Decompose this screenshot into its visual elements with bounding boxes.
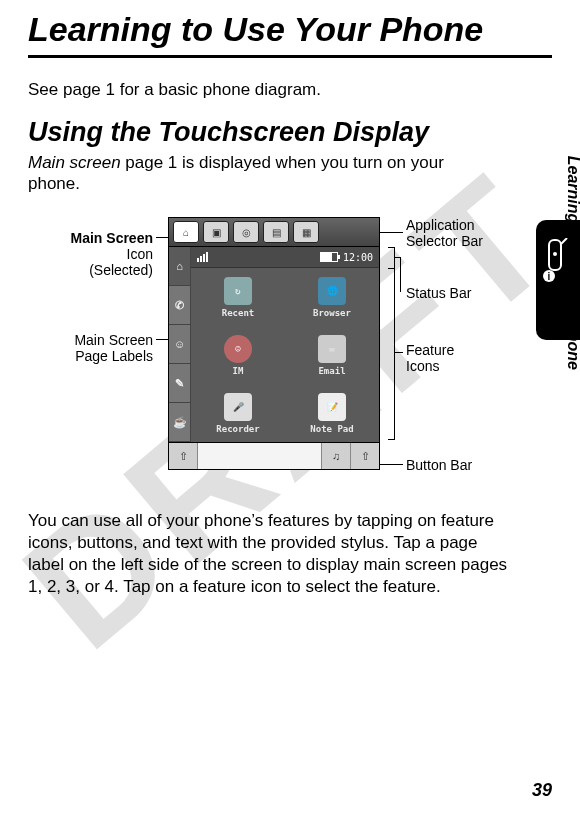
status-bar: 12:00 bbox=[191, 247, 379, 268]
recent-icon: ↻ bbox=[224, 277, 252, 305]
callout-text: Feature bbox=[406, 342, 454, 358]
application-selector-bar: ⌂ ▣ ◎ ▤ ▦ bbox=[169, 218, 379, 247]
callout-text: Button Bar bbox=[406, 457, 472, 473]
notepad-icon: 📝 bbox=[318, 393, 346, 421]
intro-text: See page 1 for a basic phone diagram. bbox=[28, 80, 498, 100]
page-label-1[interactable]: ⌂ bbox=[169, 247, 191, 286]
page-title: Learning to Use Your Phone bbox=[28, 10, 552, 49]
feature-label: IM bbox=[233, 366, 244, 376]
recorder-icon: 🎤 bbox=[224, 393, 252, 421]
title-rule bbox=[28, 55, 552, 58]
feature-email[interactable]: ✉ Email bbox=[285, 326, 379, 384]
callout-text: Status Bar bbox=[406, 285, 471, 301]
app-selector-icon[interactable]: ▦ bbox=[293, 221, 319, 243]
callout-text: Main Screen bbox=[71, 230, 153, 246]
browser-icon: 🌐 bbox=[318, 277, 346, 305]
bracket bbox=[388, 268, 395, 440]
email-icon: ✉ bbox=[318, 335, 346, 363]
callout-text: Icon bbox=[127, 246, 153, 262]
page-label-4[interactable]: ✎ bbox=[169, 364, 191, 403]
app-selector-icon[interactable]: ▤ bbox=[263, 221, 289, 243]
button-bar-left[interactable]: ⇧ bbox=[169, 443, 198, 469]
callout-status-bar: Status Bar bbox=[406, 285, 471, 301]
body-paragraph-2: You can use all of your phone’s features… bbox=[28, 510, 508, 597]
button-bar-center[interactable] bbox=[198, 443, 322, 469]
lead-term: Main screen bbox=[28, 153, 121, 172]
im-icon: ☺ bbox=[224, 335, 252, 363]
callout-page-labels: Main Screen Page Labels bbox=[28, 332, 153, 364]
feature-im[interactable]: ☺ IM bbox=[191, 326, 285, 384]
callout-app-selector: Application Selector Bar bbox=[406, 217, 483, 249]
callout-feature-icons: Feature Icons bbox=[406, 342, 454, 374]
callout-main-screen-icon: Main Screen Icon (Selected) bbox=[28, 230, 153, 278]
feature-label: Email bbox=[318, 366, 345, 376]
status-time: 12:00 bbox=[343, 252, 373, 263]
page-label-strip: ⌂ ✆ ☺ ✎ ☕ bbox=[169, 247, 191, 442]
feature-notepad[interactable]: 📝 Note Pad bbox=[285, 384, 379, 442]
bracket bbox=[388, 247, 395, 269]
page-label-3[interactable]: ☺ bbox=[169, 325, 191, 364]
feature-label: Recent bbox=[222, 308, 255, 318]
feature-label: Recorder bbox=[216, 424, 259, 434]
feature-label: Note Pad bbox=[310, 424, 353, 434]
app-selector-main-icon[interactable]: ⌂ bbox=[173, 221, 199, 243]
callout-text: Page Labels bbox=[75, 348, 153, 364]
leader-line bbox=[394, 352, 403, 353]
battery-icon bbox=[320, 252, 338, 262]
callout-text: Main Screen bbox=[74, 332, 153, 348]
feature-label: Browser bbox=[313, 308, 351, 318]
button-bar: ⇧ ♫ ⇧ bbox=[169, 442, 379, 469]
body-paragraph-1: Main screen page 1 is displayed when you… bbox=[28, 152, 488, 195]
feature-recent[interactable]: ↻ Recent bbox=[191, 268, 285, 326]
callout-text: Application bbox=[406, 217, 475, 233]
feature-browser[interactable]: 🌐 Browser bbox=[285, 268, 379, 326]
phone-diagram: Main Screen Icon (Selected) Main Screen … bbox=[28, 212, 548, 502]
page-label-5[interactable]: ☕ bbox=[169, 403, 191, 442]
app-selector-icon[interactable]: ◎ bbox=[233, 221, 259, 243]
app-selector-icon[interactable]: ▣ bbox=[203, 221, 229, 243]
phone-screenshot: ⌂ ▣ ◎ ▤ ▦ ⌂ ✆ ☺ ✎ ☕ bbox=[168, 217, 380, 470]
leader-line bbox=[380, 464, 403, 465]
callout-text: (Selected) bbox=[89, 262, 153, 278]
callout-button-bar: Button Bar bbox=[406, 457, 472, 473]
leader-line bbox=[380, 232, 403, 233]
callout-text: Selector Bar bbox=[406, 233, 483, 249]
feature-recorder[interactable]: 🎤 Recorder bbox=[191, 384, 285, 442]
svg-text:i: i bbox=[548, 271, 551, 282]
signal-icon bbox=[197, 252, 208, 262]
side-chapter-label: Learning to Use Your Phone bbox=[564, 156, 580, 370]
feature-icon-grid: ↻ Recent 🌐 Browser ☺ IM ✉ bbox=[191, 268, 379, 442]
button-bar-right[interactable]: ⇧ bbox=[351, 443, 379, 469]
section-heading: Using the Touchscreen Display bbox=[28, 118, 458, 148]
leader-line bbox=[400, 257, 401, 292]
page-label-2[interactable]: ✆ bbox=[169, 286, 191, 325]
callout-text: Icons bbox=[406, 358, 439, 374]
svg-point-2 bbox=[553, 252, 557, 256]
button-bar-icon[interactable]: ♫ bbox=[322, 443, 351, 469]
